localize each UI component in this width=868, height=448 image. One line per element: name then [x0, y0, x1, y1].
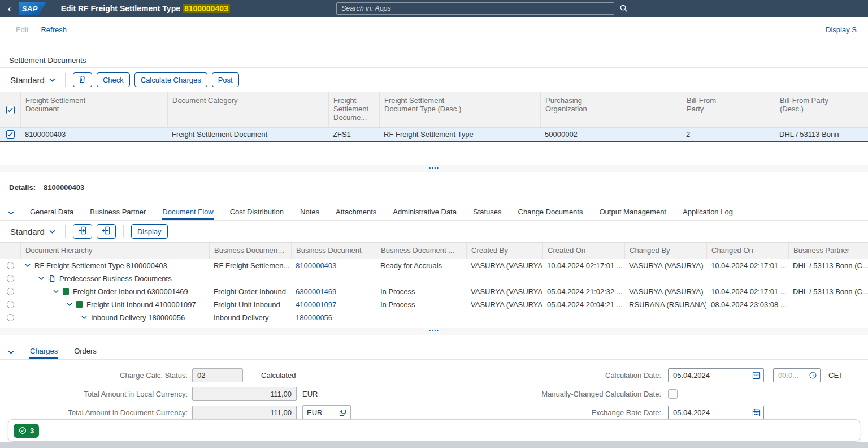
column-header[interactable]: Business Document — [291, 243, 376, 259]
column-header[interactable]: Document Category — [167, 92, 328, 127]
display-button[interactable]: Display — [131, 224, 168, 239]
message-count: 3 — [30, 427, 34, 435]
exchange-rate-date-field[interactable] — [668, 406, 764, 420]
table-empty-area — [0, 142, 868, 165]
search-placeholder: Search in: Apps — [341, 5, 391, 12]
chevron-down-icon — [49, 78, 55, 82]
charge-calc-status-field[interactable] — [192, 368, 243, 382]
cell-business-partner: DHL / 53113 Bonn (C... — [788, 259, 868, 272]
calculation-date-field[interactable] — [668, 368, 764, 382]
table-row[interactable]: Freight Unit Inbound 4100001097 Freight … — [0, 298, 868, 311]
row-radio[interactable] — [7, 288, 14, 295]
tab-notes[interactable]: Notes — [300, 205, 320, 220]
row-radio[interactable] — [7, 314, 14, 321]
edit-button[interactable]: Edit — [16, 25, 28, 34]
calculation-time-field[interactable] — [773, 368, 821, 382]
column-header[interactable]: Freight Settlement Document Type (Desc.) — [379, 92, 540, 127]
tab-business-partner[interactable]: Business Partner — [89, 205, 146, 220]
tab-cost-distribution[interactable]: Cost Distribution — [229, 205, 284, 220]
row-radio[interactable] — [7, 301, 14, 308]
total-doc-field[interactable] — [192, 406, 297, 420]
tab-output-management[interactable]: Output Management — [598, 205, 667, 220]
cell-changed-by: VASURYA (VASURYA) — [624, 285, 706, 298]
tree-expand-icon[interactable] — [81, 316, 87, 319]
business-document-link[interactable]: 8100000403 — [291, 259, 376, 272]
tree-expand-icon[interactable] — [25, 264, 31, 267]
column-header[interactable]: Business Partner — [788, 243, 868, 259]
tab-document-flow[interactable]: Document Flow — [162, 205, 214, 220]
sap-logo[interactable]: SAP — [19, 2, 46, 15]
tab-administrative-data[interactable]: Administrative Data — [392, 205, 457, 220]
doc-currency-field[interactable]: EUR — [302, 405, 351, 420]
table-row[interactable]: 8100000403 Freight Settlement Document Z… — [0, 128, 868, 142]
tab-change-documents[interactable]: Change Documents — [518, 205, 584, 220]
calculate-charges-button[interactable]: Calculate Charges — [134, 72, 207, 87]
table-row[interactable]: RF Freight Settlement Type 8100000403 RF… — [0, 259, 868, 272]
cell-document-hierarchy: Freight Order Inbound 6300001469 — [20, 285, 209, 298]
tree-expand-icon[interactable] — [38, 277, 44, 280]
column-header[interactable]: Bill-From Party (Desc.) — [775, 92, 868, 127]
back-icon[interactable]: ‹ — [8, 4, 11, 14]
column-header[interactable]: Purchasing Organization — [540, 92, 682, 127]
tab-general-data[interactable]: General Data — [29, 205, 74, 220]
row-checkbox[interactable] — [6, 130, 15, 139]
business-document-link[interactable]: 6300001469 — [291, 285, 376, 298]
cell-created-on: 10.04.2024 02:17:01 ... — [542, 259, 624, 272]
row-radio[interactable] — [7, 275, 14, 282]
check-button[interactable]: Check — [97, 72, 130, 87]
tab-statuses[interactable]: Statuses — [472, 205, 502, 220]
manual-calc-date-checkbox[interactable] — [668, 389, 678, 399]
messages-button[interactable]: 3 — [14, 424, 39, 438]
calculation-time-input[interactable] — [773, 368, 821, 382]
column-header[interactable]: Business Document ... — [376, 243, 466, 259]
total-doc-label: Total Amount in Document Currency: — [0, 408, 192, 417]
tree-expand-icon[interactable] — [67, 303, 72, 306]
tab-application-log[interactable]: Application Log — [682, 205, 734, 220]
column-header[interactable]: Freight Settlement Document — [20, 92, 167, 127]
exchange-rate-date-input[interactable] — [668, 406, 764, 420]
table-row[interactable]: Inbound Delivery 180000056 Inbound Deliv… — [0, 311, 868, 324]
row-radio[interactable] — [7, 262, 14, 269]
search-input[interactable]: Search in: Apps — [336, 2, 614, 15]
tab-attachments[interactable]: Attachments — [335, 205, 377, 220]
tree-expand-icon[interactable] — [53, 290, 59, 293]
collapse-section-icon[interactable] — [8, 208, 14, 217]
cell-changed-by: VASURYA (VASURYA) — [624, 259, 706, 272]
docflow-view-selector[interactable]: Standard — [8, 227, 58, 236]
refresh-button[interactable]: Refresh — [41, 25, 67, 34]
business-document-link[interactable]: 180000056 — [291, 311, 376, 324]
cell-created-by — [466, 311, 542, 324]
collapse-all-button[interactable] — [97, 224, 116, 239]
status-green-square-icon — [63, 288, 69, 295]
settlement-more-button[interactable]: .... — [0, 165, 868, 172]
tab-charges[interactable]: Charges — [29, 344, 58, 359]
business-document-link[interactable]: 4100001097 — [291, 298, 376, 311]
calculation-date-input[interactable] — [668, 368, 764, 382]
post-button[interactable]: Post — [212, 72, 239, 87]
table-row[interactable]: Predecessor Business Documents — [0, 272, 868, 285]
collapse-section-icon[interactable] — [8, 347, 14, 356]
search-icon[interactable] — [619, 4, 628, 14]
expand-all-button[interactable] — [73, 224, 92, 239]
table-row[interactable]: Freight Order Inbound 6300001469 Freight… — [0, 285, 868, 298]
footer-message-bar: 3 — [8, 419, 860, 442]
page-title-text: Edit RF Freight Settlement Type — [61, 4, 180, 13]
delete-button[interactable] — [73, 72, 92, 87]
column-header[interactable]: Freight Settlement Docume... — [328, 92, 379, 127]
column-header[interactable]: Business Document ... — [209, 243, 291, 259]
column-header[interactable]: Created By — [466, 243, 542, 259]
tab-orders[interactable]: Orders — [73, 344, 97, 359]
display-settings-link[interactable]: Display S — [826, 25, 857, 34]
column-header[interactable]: Bill-From Party — [682, 92, 775, 127]
total-local-field[interactable] — [192, 387, 297, 401]
cell-business-document-type: Freight Unit Inbound — [209, 298, 291, 311]
value-help-icon[interactable] — [339, 409, 346, 416]
docflow-more-button[interactable]: .... — [0, 328, 868, 335]
column-header[interactable]: Document Hierarchy — [20, 243, 209, 259]
select-all-checkbox[interactable] — [6, 106, 15, 114]
column-header[interactable]: Created On — [542, 243, 624, 259]
column-header[interactable]: Changed By — [624, 243, 706, 259]
settlement-view-selector[interactable]: Standard — [8, 75, 58, 85]
column-header[interactable]: Changed On — [706, 243, 788, 259]
cell-business-partner — [788, 298, 868, 311]
